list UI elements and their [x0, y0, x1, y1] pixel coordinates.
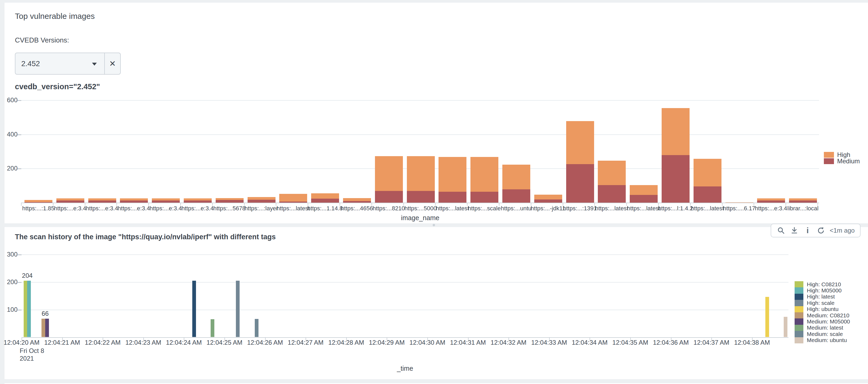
bar-high[interactable] [407, 156, 435, 191]
refresh-icon[interactable] [816, 226, 826, 235]
bar-high[interactable] [789, 198, 817, 201]
bar-medium[interactable] [216, 200, 244, 203]
bar-medium[interactable] [88, 201, 116, 203]
legend-item[interactable]: High [824, 152, 860, 158]
bar-high-scale[interactable] [236, 281, 240, 337]
x-axis-time-label: 12:04:28 AM [328, 339, 364, 346]
legend-item[interactable]: High: ubuntu [795, 306, 850, 312]
legend-item[interactable]: Medium [824, 158, 860, 164]
x-axis-title: image_name [401, 214, 440, 222]
legend-item[interactable]: Medium: latest [795, 325, 850, 331]
legend-item[interactable]: Medium: M05000 [795, 318, 850, 324]
bar-medium[interactable] [407, 191, 435, 203]
bar-high[interactable] [343, 198, 371, 201]
bar-medium[interactable] [120, 201, 148, 203]
bar-high-c08210[interactable] [24, 281, 27, 337]
legend-item[interactable]: Medium: C08210 [795, 312, 850, 318]
bar-medium[interactable] [598, 185, 626, 203]
bar-medium[interactable] [311, 199, 339, 203]
bar-high[interactable] [248, 197, 276, 200]
bar-medium-latest[interactable] [211, 319, 214, 337]
bar-medium[interactable] [56, 201, 84, 203]
bar-medium-scale[interactable] [255, 319, 258, 337]
x-axis-time-label: 12:04:33 AM [531, 339, 567, 346]
bar-high[interactable] [693, 159, 721, 186]
x-axis-category-label: https:...4656 [341, 205, 373, 212]
bar-medium[interactable] [470, 192, 498, 203]
bar-medium[interactable] [375, 191, 403, 203]
info-icon[interactable]: i [803, 226, 812, 235]
bar-value-label: 204 [22, 272, 33, 279]
x-axis-time-label: 12:04:22 AM [85, 339, 121, 346]
x-axis-time-label: 12:04:30 AM [409, 339, 445, 346]
axis-tick-stub [18, 100, 21, 101]
download-icon[interactable] [790, 226, 799, 235]
bar-medium-ubuntu[interactable] [784, 317, 787, 337]
bar-high-ubuntu[interactable] [765, 297, 769, 337]
chart1-legend: HighMedium [824, 152, 860, 164]
bar-medium[interactable] [693, 186, 721, 203]
legend-item[interactable]: High: scale [795, 300, 850, 306]
bar-medium[interactable] [789, 201, 817, 203]
legend-item[interactable]: High: latest [795, 294, 850, 300]
bar-high[interactable] [88, 198, 116, 201]
bar-high[interactable] [152, 198, 180, 201]
x-axis-time-label: 12:04:37 AM [693, 339, 730, 346]
legend-swatch [795, 331, 803, 337]
chart2-legend: High: C08210High: M05000High: latestHigh… [795, 281, 850, 343]
x-axis-category-label: https:...e:3.4 [54, 205, 86, 212]
bar-medium[interactable] [662, 155, 689, 203]
bar-high[interactable] [56, 198, 84, 201]
bar-medium[interactable] [534, 200, 562, 203]
bar-medium[interactable] [630, 195, 658, 203]
bar-high[interactable] [311, 193, 339, 198]
bar-high[interactable] [470, 157, 498, 192]
bar-high-m05000[interactable] [27, 281, 31, 337]
bar-medium-c08210[interactable] [41, 319, 45, 337]
bar-high[interactable] [630, 185, 658, 195]
bar-high[interactable] [25, 200, 52, 202]
legend-item[interactable]: Medium: ubuntu [795, 337, 850, 343]
bar-high[interactable] [534, 195, 562, 200]
legend-item[interactable]: High: M05000 [795, 287, 850, 293]
panel-scan-history: i <1m ago The scan history of the image … [4, 227, 868, 379]
legend-swatch [795, 306, 803, 312]
x-axis-category-label: https:....6.17 [723, 205, 755, 212]
x-axis-time-label: 12:04:34 AM [572, 339, 608, 346]
bar-high[interactable] [184, 198, 212, 201]
bar-high[interactable] [566, 121, 594, 164]
x-axis-category-label: librar...:local [787, 205, 818, 212]
bar-medium[interactable] [248, 200, 276, 203]
x-axis-time-label: 12:04:23 AM [125, 339, 161, 346]
x-axis-time-label: 12:04:25 AM [207, 339, 243, 346]
bar-medium[interactable] [757, 201, 785, 203]
bar-high[interactable] [502, 165, 530, 189]
x-axis-category-label: https:...l:1.4.2 [658, 205, 693, 212]
bar-high[interactable] [757, 198, 785, 201]
x-axis-time-label: 12:04:31 AM [450, 339, 486, 346]
legend-item[interactable]: High: C08210 [795, 281, 850, 287]
legend-item[interactable]: Medium: scale [795, 331, 850, 337]
bar-high[interactable] [598, 161, 626, 185]
x-axis-category-label: https:...:1.85 [22, 205, 54, 212]
bar-medium-m05000[interactable] [45, 319, 49, 337]
bar-high[interactable] [120, 198, 148, 201]
y-axis-label: 200 [4, 278, 18, 286]
bar-medium[interactable] [438, 192, 466, 203]
x-axis-category-label: https:...latest [436, 205, 469, 212]
y-axis-label: 100 [4, 306, 18, 313]
bar-high[interactable] [279, 194, 307, 202]
bar-medium[interactable] [502, 189, 530, 203]
axis-tick-stub [18, 310, 22, 310]
search-icon[interactable] [777, 226, 785, 235]
bar-medium[interactable] [184, 201, 212, 203]
bar-medium[interactable] [152, 201, 180, 203]
x-axis-category-label: https:...1.14.8 [307, 205, 343, 212]
bar-high[interactable] [662, 108, 689, 155]
bar-high[interactable] [216, 198, 244, 200]
bar-high-latest[interactable] [192, 281, 196, 337]
bar-high[interactable] [438, 157, 466, 192]
bar-high[interactable] [375, 156, 403, 191]
bar-medium[interactable] [566, 164, 594, 203]
legend-swatch [824, 152, 834, 158]
